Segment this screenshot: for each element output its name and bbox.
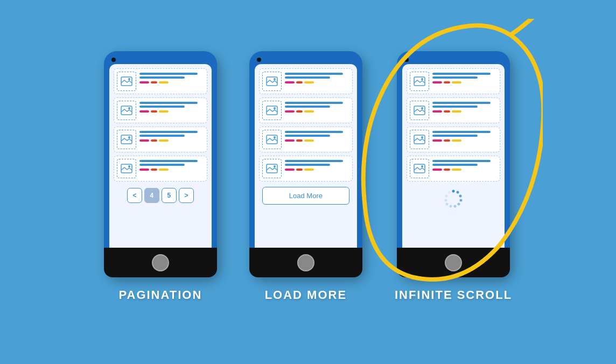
camera-dot xyxy=(404,58,409,62)
list-item xyxy=(407,127,500,152)
bar-yellow xyxy=(159,110,169,113)
color-bars xyxy=(432,169,497,171)
svg-point-28 xyxy=(458,203,460,206)
text-line xyxy=(432,102,491,104)
loading-spinner xyxy=(407,185,500,213)
home-button[interactable] xyxy=(445,254,462,271)
svg-point-31 xyxy=(446,203,449,206)
page-5-button[interactable]: 5 xyxy=(162,188,177,203)
svg-point-26 xyxy=(459,195,462,198)
bar-red xyxy=(151,169,157,171)
svg-point-7 xyxy=(128,165,130,167)
image-icon xyxy=(117,159,136,178)
main-container: < 4 5 > PAGINATION xyxy=(104,51,512,313)
bar-pink xyxy=(285,81,295,83)
load-more-button[interactable]: Load More xyxy=(262,187,349,205)
item-content xyxy=(139,159,204,171)
bar-red xyxy=(151,110,157,113)
color-bars xyxy=(285,110,349,113)
text-line xyxy=(285,102,343,104)
load-more-phone: Load More xyxy=(249,51,362,277)
image-icon xyxy=(262,101,282,120)
svg-point-24 xyxy=(452,190,455,193)
infinite-scroll-label: INFINITE SCROLL xyxy=(395,288,512,302)
bar-red xyxy=(444,110,450,113)
image-icon xyxy=(262,159,282,178)
text-line xyxy=(432,73,491,75)
item-content xyxy=(139,130,204,142)
image-icon xyxy=(410,130,429,149)
bar-yellow xyxy=(159,169,169,171)
prev-button[interactable]: < xyxy=(127,188,142,203)
item-content xyxy=(285,72,349,83)
svg-point-32 xyxy=(445,199,447,202)
pagination-screen: < 4 5 > xyxy=(109,64,212,248)
text-line xyxy=(432,160,491,162)
bar-yellow xyxy=(159,139,169,142)
svg-point-30 xyxy=(450,205,452,208)
text-line xyxy=(432,131,491,133)
color-bars xyxy=(285,139,349,142)
bar-red xyxy=(444,81,450,83)
phone-bottom-bar xyxy=(397,248,510,277)
list-item xyxy=(259,127,353,152)
text-line xyxy=(139,135,185,137)
phone-bottom-bar xyxy=(104,248,217,277)
image-icon xyxy=(262,130,282,149)
home-button[interactable] xyxy=(297,254,314,271)
svg-point-3 xyxy=(128,107,130,109)
bar-pink xyxy=(139,81,149,83)
list-item xyxy=(407,97,500,123)
svg-point-13 xyxy=(274,136,276,138)
list-item xyxy=(114,156,207,181)
camera-dot xyxy=(257,58,261,62)
list-item xyxy=(259,97,353,123)
bar-red xyxy=(444,139,450,142)
color-bars xyxy=(139,81,204,83)
color-bars xyxy=(285,81,349,83)
item-content xyxy=(139,101,204,113)
item-content xyxy=(432,159,497,171)
bar-yellow xyxy=(452,81,461,83)
pagination-section: < 4 5 > PAGINATION xyxy=(104,51,217,302)
pagination-label: PAGINATION xyxy=(118,288,202,302)
svg-point-9 xyxy=(274,78,276,80)
text-line xyxy=(139,73,198,75)
list-item xyxy=(407,68,500,94)
item-content xyxy=(285,130,349,142)
camera-dot xyxy=(111,58,116,62)
text-line xyxy=(139,131,198,133)
home-button[interactable] xyxy=(152,254,169,271)
item-content xyxy=(139,72,204,83)
list-item xyxy=(259,156,353,181)
item-content xyxy=(285,101,349,113)
bar-pink xyxy=(139,169,149,171)
svg-point-17 xyxy=(421,78,423,80)
pagination-phone: < 4 5 > xyxy=(104,51,217,277)
bar-yellow xyxy=(159,81,169,83)
infinite-screen xyxy=(402,64,505,248)
text-line xyxy=(285,73,343,75)
text-line xyxy=(285,164,330,166)
page-4-button[interactable]: 4 xyxy=(144,188,159,203)
next-button[interactable]: > xyxy=(179,188,194,203)
bar-pink xyxy=(285,169,295,171)
text-line xyxy=(285,160,343,162)
text-line xyxy=(285,131,343,133)
color-bars xyxy=(285,169,349,171)
phone-bottom-bar xyxy=(249,248,362,277)
bar-red xyxy=(444,169,450,171)
bar-yellow xyxy=(452,139,461,142)
list-item xyxy=(114,68,207,94)
bar-red xyxy=(151,81,157,83)
svg-point-15 xyxy=(274,165,276,167)
image-icon xyxy=(410,101,429,120)
image-icon xyxy=(262,72,282,91)
text-line xyxy=(285,76,330,79)
image-icon xyxy=(117,101,136,120)
infinite-scroll-phone xyxy=(397,51,510,277)
bar-yellow xyxy=(304,110,314,113)
list-item xyxy=(114,127,207,152)
text-line xyxy=(139,164,185,166)
list-item xyxy=(114,97,207,123)
